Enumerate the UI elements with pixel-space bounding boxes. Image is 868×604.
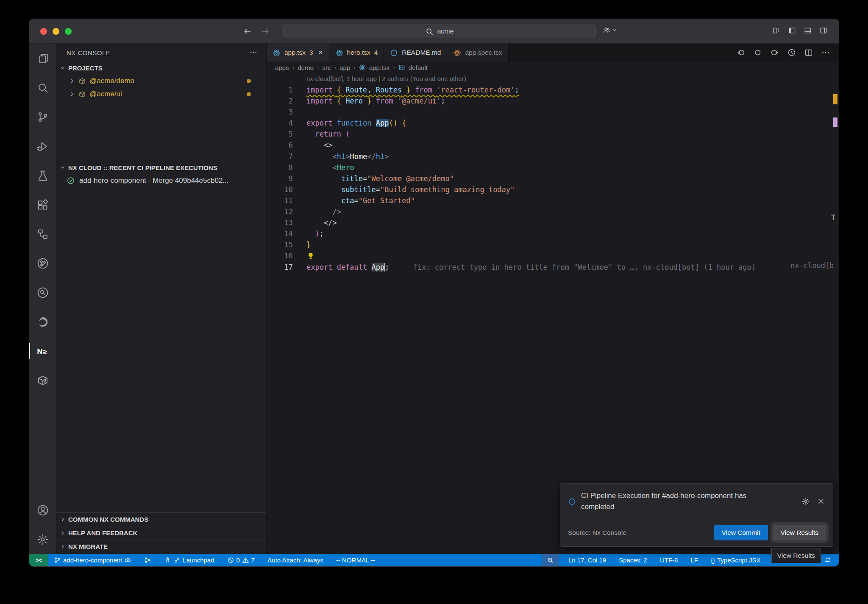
commit-graph-item[interactable] — [141, 554, 155, 566]
search-icon[interactable] — [29, 73, 56, 102]
eol-item[interactable]: LF — [687, 554, 701, 566]
breadcrumb-item[interactable]: app — [339, 64, 350, 71]
tab-hero-tsx[interactable]: hero.tsx 4 — [329, 44, 384, 62]
code-line-1[interactable]: 1import { Route, Routes } from 'react-ro… — [267, 84, 839, 95]
code-line-4[interactable]: 4export function App() { — [267, 117, 839, 129]
git-branch-item[interactable]: add-hero-component — [50, 554, 135, 566]
notifications-bell-item[interactable] — [821, 554, 835, 566]
code-line-10[interactable]: 10 subtitle="Build something amazing tod… — [267, 184, 839, 195]
close-window-button[interactable] — [40, 28, 47, 35]
code-line-16[interactable]: 16 — [267, 250, 839, 261]
line-number: 4 — [267, 117, 293, 129]
view-results-button[interactable]: View Results — [773, 525, 826, 540]
code-line-17[interactable]: 17export default App;fix: correct typo i… — [267, 262, 839, 273]
code-line-7[interactable]: 7 <h1>Home</h1> — [267, 151, 839, 162]
account-icon[interactable] — [29, 495, 56, 525]
notification-settings-gear-icon[interactable] — [801, 490, 810, 513]
code-line-15[interactable]: 15} — [267, 239, 839, 250]
common-nx-commands-header[interactable]: COMMON NX COMMANDS — [56, 512, 266, 526]
code-line-6[interactable]: 6 <> — [267, 140, 839, 151]
code-line-9[interactable]: 9 title="Welcome @acme/demo" — [267, 173, 839, 184]
view-commit-button[interactable]: View Commit — [714, 525, 768, 540]
files-icon[interactable] — [29, 44, 56, 73]
zoom-out-item[interactable] — [542, 554, 559, 566]
breadcrumb-item[interactable]: apps — [275, 64, 289, 71]
title-bar: acme — [29, 19, 839, 44]
remote-indicator[interactable]: >< — [29, 554, 48, 566]
edge-tools-icon[interactable] — [29, 307, 56, 336]
code-line-5[interactable]: 5 return ( — [267, 129, 839, 140]
back-arrow-icon[interactable] — [243, 27, 252, 36]
split-editor-icon[interactable] — [804, 48, 813, 57]
code-token — [306, 141, 324, 149]
project-item-acme-ui[interactable]: @acme/ui — [56, 87, 266, 101]
indentation-item[interactable]: Spaces: 2 — [615, 554, 651, 566]
references-icon[interactable] — [29, 219, 56, 249]
problems-item[interactable]: 0 7 — [224, 554, 259, 566]
more-actions-icon[interactable] — [821, 48, 830, 57]
language-mode-item[interactable]: {} TypeScript JSX — [707, 554, 764, 566]
project-item-acme-demo[interactable]: @acme/demo — [56, 74, 266, 87]
extensions-icon[interactable] — [29, 190, 56, 219]
code-line-8[interactable]: 8 <Hero — [267, 162, 839, 173]
gitlens-inspect-icon[interactable] — [29, 278, 56, 307]
maximize-window-button[interactable] — [65, 28, 72, 35]
nav-back-circle-icon[interactable] — [736, 48, 746, 57]
symbol-icon — [398, 64, 405, 71]
code-line-14[interactable]: 14 ); — [267, 228, 839, 239]
code-line-3[interactable]: 3 — [267, 106, 839, 117]
vim-mode-item[interactable]: -- NORMAL -- — [333, 554, 378, 566]
minimize-window-button[interactable] — [53, 28, 59, 35]
breadcrumb-item[interactable]: app.tsx — [369, 64, 389, 71]
code-token: subtitle — [341, 185, 376, 194]
containers-icon[interactable] — [29, 366, 56, 395]
breadcrumb-item[interactable]: src — [322, 64, 331, 71]
customize-layout-icon[interactable] — [772, 26, 781, 35]
code-editor[interactable]: nx-cloud[bot], 1 hour ago | 2 authors (Y… — [267, 73, 839, 554]
encoding-item[interactable]: UTF-8 — [657, 554, 682, 566]
code-token — [306, 152, 332, 161]
projects-section-header[interactable]: PROJECTS — [56, 62, 266, 74]
toggle-sidebar-icon[interactable] — [788, 26, 796, 35]
testing-icon[interactable] — [29, 161, 56, 190]
tab-readme-md[interactable]: README.md — [384, 44, 447, 62]
code-token — [306, 174, 341, 183]
run-circle-icon[interactable] — [787, 48, 796, 57]
nav-forward-circle-icon[interactable] — [770, 48, 779, 57]
section-label: NX MIGRATE — [68, 543, 108, 550]
tab-app-tsx[interactable]: app.tsx 3 × — [267, 44, 329, 62]
source-control-icon[interactable] — [29, 102, 56, 131]
nx-migrate-header[interactable]: NX MIGRATE — [56, 540, 266, 553]
breadcrumb-item[interactable]: default — [409, 64, 428, 71]
pipeline-execution-item[interactable]: add-hero-component - Merge 409b44e5cb02.… — [56, 174, 266, 187]
toggle-panel-icon[interactable] — [804, 26, 812, 35]
code-token: h1 — [337, 152, 345, 161]
code-line-13[interactable]: 13 </> — [267, 217, 839, 228]
command-center-search[interactable]: acme — [284, 25, 595, 38]
code-line-2[interactable]: 2import { Hero } from '@acme/ui'; — [267, 95, 839, 106]
code-line-12[interactable]: 12 /> — [267, 206, 839, 217]
auto-attach-item[interactable]: Auto Attach: Always — [264, 554, 327, 566]
cursor-position-item[interactable]: Ln 17, Col 19 — [565, 554, 609, 566]
notification-close-icon[interactable] — [817, 490, 825, 513]
nx-cloud-section-header[interactable]: NX CLOUD :: RECENT CI PIPELINE EXECUTION… — [56, 161, 266, 174]
run-debug-icon[interactable] — [29, 131, 56, 161]
forward-arrow-icon[interactable] — [261, 27, 270, 36]
nav-current-circle-icon[interactable] — [753, 48, 762, 57]
gitlens-icon[interactable] — [29, 249, 56, 278]
toggle-secondary-sidebar-icon[interactable] — [819, 26, 828, 35]
gitlens-blame-header[interactable]: nx-cloud[bot], 1 hour ago | 2 authors (Y… — [267, 73, 839, 84]
more-actions-icon[interactable] — [249, 48, 258, 57]
close-icon[interactable]: × — [319, 48, 323, 57]
tab-bar: app.tsx 3 × hero.tsx 4 README.md — [267, 44, 839, 62]
settings-gear-icon[interactable] — [29, 525, 56, 554]
code-token — [306, 218, 324, 227]
launchpad-item[interactable]: Launchpad — [161, 554, 217, 566]
lightbulb-icon[interactable] — [306, 252, 315, 260]
accounts-button[interactable] — [602, 26, 618, 34]
code-line-11[interactable]: 11 cta="Get Started" — [267, 195, 839, 206]
nx-console-icon[interactable]: N≥ — [29, 336, 56, 366]
help-and-feedback-header[interactable]: HELP AND FEEDBACK — [56, 526, 266, 540]
tab-app-spec-tsx[interactable]: app.spec.tsx — [447, 44, 508, 62]
breadcrumb-item[interactable]: demo — [298, 64, 314, 71]
